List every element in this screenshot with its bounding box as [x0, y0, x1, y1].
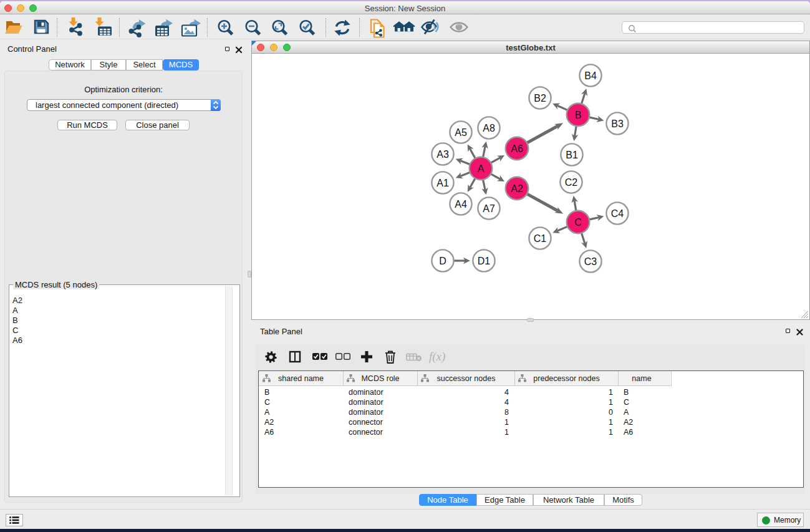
svg-text:A: A: [478, 163, 485, 174]
svg-text:C4: C4: [611, 208, 624, 219]
svg-text:B4: B4: [584, 70, 597, 81]
svg-text:B2: B2: [534, 93, 546, 104]
svg-text:A7: A7: [483, 203, 495, 214]
svg-text:C2: C2: [565, 177, 578, 188]
svg-text:C: C: [574, 217, 582, 228]
svg-text:D: D: [439, 256, 446, 266]
svg-text:A2: A2: [511, 183, 523, 194]
svg-text:D1: D1: [478, 256, 491, 266]
svg-text:A5: A5: [455, 127, 467, 138]
svg-text:B1: B1: [566, 150, 578, 160]
svg-text:B3: B3: [611, 118, 624, 129]
svg-text:A4: A4: [455, 199, 467, 210]
svg-text:B: B: [575, 110, 582, 120]
svg-text:A8: A8: [483, 123, 495, 133]
svg-text:C1: C1: [534, 233, 547, 244]
svg-text:A1: A1: [436, 178, 449, 188]
svg-text:C3: C3: [584, 256, 597, 267]
svg-text:A3: A3: [436, 149, 449, 160]
svg-text:A6: A6: [511, 143, 523, 154]
